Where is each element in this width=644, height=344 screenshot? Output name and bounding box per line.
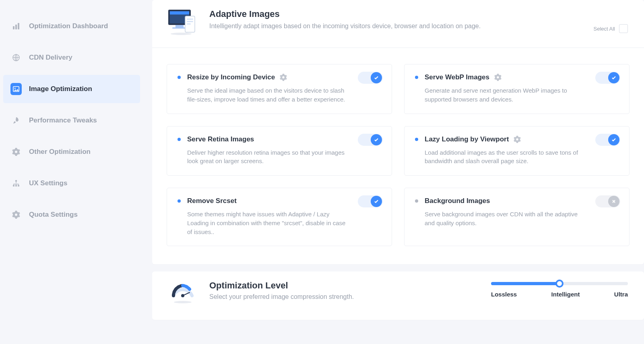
card-serve-webp: Serve WebP Images Generate and serve nex… [404, 64, 630, 114]
optimization-level-title: Optimization Level [209, 280, 354, 291]
select-all-label: Select All [594, 26, 615, 32]
gear-icon [280, 74, 287, 81]
card-serve-retina: Serve Retina Images Deliver higher resol… [167, 126, 392, 176]
sidebar-item-quota[interactable]: Quota Settings [3, 201, 140, 229]
card-title: Background Images [425, 197, 490, 205]
check-icon [608, 72, 619, 83]
card-remove-srcset: Remove Srcset Some themes might have iss… [167, 188, 392, 246]
card-toggle[interactable] [595, 195, 620, 207]
svg-rect-7 [13, 185, 14, 187]
card-resize-by-device: Resize by Incoming Device Serve the idea… [167, 64, 392, 114]
check-icon [371, 134, 382, 145]
sidebar-item-label: Image Optimization [29, 85, 92, 93]
svg-rect-6 [15, 180, 17, 182]
svg-rect-9 [18, 185, 19, 187]
card-title: Lazy Loading by Viewport [425, 135, 509, 143]
cards-grid: Resize by Incoming Device Serve the idea… [152, 48, 644, 264]
x-icon [608, 196, 619, 207]
sidebar-item-label: Performance Tweaks [29, 116, 97, 124]
gear-icon [10, 209, 22, 220]
optimization-level-slider[interactable]: Lossless Intelligent Ultra [491, 280, 628, 298]
slider-label-lossless: Lossless [491, 291, 517, 298]
card-title: Remove Srcset [187, 197, 237, 205]
sidebar-item-performance[interactable]: Performance Tweaks [3, 106, 140, 135]
card-title: Resize by Incoming Device [187, 73, 275, 81]
card-description: Some themes might have issues with Adapt… [178, 210, 381, 236]
sidebar-item-other[interactable]: Other Optimization [3, 138, 140, 166]
svg-point-22 [174, 301, 192, 303]
svg-point-5 [14, 88, 16, 89]
sidebar-item-label: Quota Settings [29, 211, 78, 219]
card-settings-button[interactable] [514, 136, 521, 143]
card-toggle[interactable] [595, 134, 620, 146]
card-background-images: Background Images Serve background image… [404, 188, 630, 246]
svg-rect-16 [187, 19, 193, 20]
svg-rect-8 [15, 185, 17, 187]
card-toggle[interactable] [358, 72, 383, 84]
sidebar-item-dashboard[interactable]: Optimization Dashboard [3, 12, 140, 40]
svg-rect-2 [18, 23, 19, 29]
sidebar-item-label: Optimization Dashboard [29, 22, 108, 30]
svg-rect-13 [175, 25, 184, 27]
svg-rect-17 [187, 21, 193, 22]
slider-label-ultra: Ultra [614, 291, 628, 298]
svg-rect-12 [170, 11, 189, 15]
gear-icon [494, 74, 502, 81]
card-description: Deliver higher resolution retina images … [178, 148, 381, 166]
card-toggle[interactable] [595, 72, 620, 84]
svg-line-21 [183, 292, 190, 296]
image-icon [10, 83, 22, 95]
svg-rect-0 [13, 26, 14, 29]
bar-chart-icon [10, 21, 22, 32]
sidebar-item-cdn[interactable]: CDN Delivery [3, 44, 140, 72]
optimization-level-panel: Optimization Level Select your preferred… [152, 271, 644, 320]
card-toggle[interactable] [358, 195, 383, 207]
status-dot-icon [415, 138, 418, 141]
select-all-checkbox[interactable] [619, 24, 628, 33]
check-icon [371, 72, 382, 83]
slider-label-intelligent: Intelligent [551, 291, 580, 298]
sidebar-item-label: Other Optimization [29, 148, 91, 156]
slider-thumb[interactable] [555, 280, 564, 288]
adaptive-images-panel: Adaptive Images Intelligently adapt imag… [152, 0, 644, 264]
svg-point-19 [171, 33, 192, 35]
card-title: Serve WebP Images [425, 73, 489, 81]
card-description: Load additional images as the user scrol… [415, 148, 619, 166]
status-dot-icon [178, 199, 181, 203]
status-dot-icon [178, 138, 181, 141]
svg-rect-18 [187, 23, 191, 25]
card-description: Serve background images over CDN with al… [415, 210, 619, 228]
check-icon [371, 196, 382, 207]
sidebar: Optimization Dashboard CDN Delivery Imag… [0, 0, 152, 344]
gauge-illustration-icon [164, 280, 201, 305]
sitemap-icon [10, 178, 22, 189]
section-subtitle: Intelligently adapt images based on the … [209, 22, 481, 31]
section-title: Adaptive Images [209, 9, 481, 19]
select-all: Select All [594, 24, 628, 33]
sidebar-item-label: CDN Delivery [29, 54, 72, 62]
devices-illustration-icon [164, 9, 201, 40]
card-title: Serve Retina Images [187, 135, 254, 143]
card-lazy-loading: Lazy Loading by Viewport Load additional… [404, 126, 630, 176]
gear-icon [10, 146, 22, 157]
status-dot-icon [178, 76, 181, 79]
optimization-level-subtitle: Select your preferred image compression … [209, 293, 354, 300]
sidebar-item-ux[interactable]: UX Settings [3, 169, 140, 197]
svg-rect-1 [15, 25, 17, 29]
svg-rect-14 [172, 27, 187, 29]
card-settings-button[interactable] [280, 74, 287, 81]
section-header: Adaptive Images Intelligently adapt imag… [152, 0, 644, 48]
rocket-icon [10, 115, 22, 126]
sidebar-item-label: UX Settings [29, 179, 67, 187]
card-settings-button[interactable] [494, 74, 502, 81]
check-icon [608, 134, 619, 145]
sidebar-item-image-optimization[interactable]: Image Optimization [3, 75, 140, 103]
card-description: Generate and serve next generation WebP … [415, 86, 619, 104]
main-content: Adaptive Images Intelligently adapt imag… [152, 0, 644, 344]
status-dot-icon [415, 76, 418, 79]
card-description: Serve the ideal image based on the visit… [178, 86, 381, 104]
card-toggle[interactable] [358, 134, 383, 146]
globe-icon [10, 52, 22, 63]
gear-icon [514, 136, 521, 143]
status-dot-icon [415, 199, 418, 203]
